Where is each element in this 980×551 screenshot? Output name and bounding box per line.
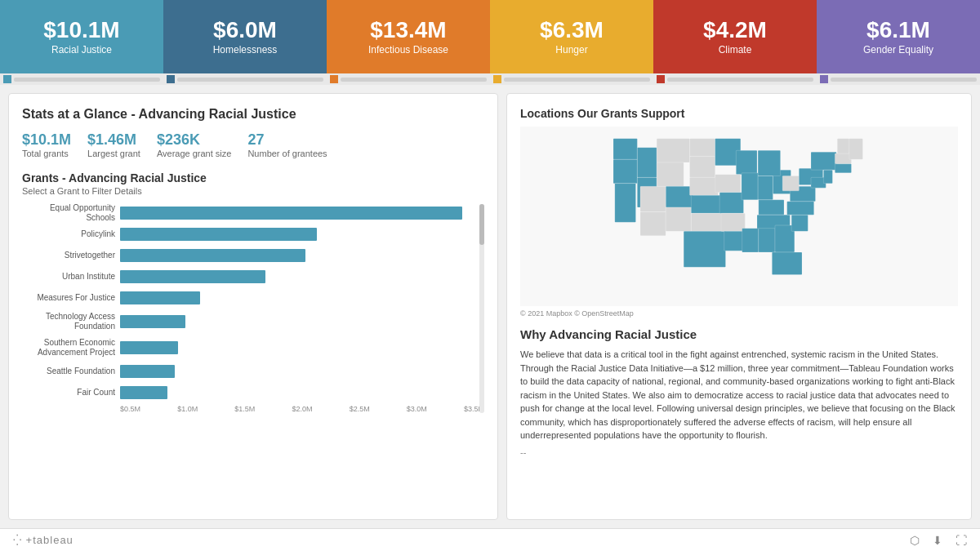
hunger-amount: $6.3M: [540, 18, 604, 43]
state-IL: [742, 173, 758, 200]
state-MI: [758, 150, 781, 176]
chart-scrollbar-thumb[interactable]: [479, 204, 484, 245]
metric-gender-equality[interactable]: $6.1M Gender Equality: [817, 0, 980, 73]
stat-num-grantees: 27 Number of grantees: [247, 131, 327, 158]
bar-fill-policylink: [120, 228, 317, 241]
avg-grant-label: Average grant size: [157, 149, 232, 158]
metric-homelessness[interactable]: $6.0M Homelessness: [163, 0, 327, 73]
state-MT: [657, 139, 689, 162]
footer-icons: ⬡ ⬇ ⛶: [910, 534, 967, 547]
state-AR: [721, 213, 745, 231]
bar-label-strivetogether: Strivetogether: [22, 251, 120, 260]
state-MA: [835, 153, 851, 164]
why-suffix: --: [520, 447, 958, 457]
bar-fill-technology-access: [120, 315, 185, 328]
avg-grant-value: $236K: [157, 131, 232, 149]
state-SC: [791, 215, 808, 231]
stat-avg-grant: $236K Average grant size: [157, 131, 232, 158]
climate-amount: $4.2M: [703, 18, 767, 43]
bar-label-policylink: Policylink: [22, 229, 120, 239]
bar-row-seattle-foundation[interactable]: Seattle Foundation: [22, 362, 484, 380]
state-OK: [691, 213, 723, 231]
bar-container-equal-opportunity: [120, 207, 484, 220]
map-credit-text: © 2021 Mapbox © OpenStreetMap: [520, 309, 958, 318]
metric-racial-justice[interactable]: $10.1M Racial Justice: [0, 0, 163, 73]
bar-fill-urban-institute: [120, 270, 265, 283]
fullscreen-icon[interactable]: ⛶: [956, 534, 967, 547]
state-KS: [691, 195, 721, 213]
x-tick-0: $0.5M: [120, 405, 140, 413]
bar-row-measures-justice[interactable]: Measures For Justice: [22, 289, 484, 307]
state-NM: [666, 207, 691, 231]
footer-bar: ⁛ +tableau ⬡ ⬇ ⛶: [0, 528, 980, 551]
bar-row-urban-institute[interactable]: Urban Institute: [22, 268, 484, 286]
total-grants-label: Total grants: [22, 149, 71, 158]
metric-cards-bar: $10.1M Racial Justice $6.0M Homelessness…: [0, 0, 980, 73]
climate-label: Climate: [719, 44, 752, 56]
bar-row-technology-access[interactable]: Technology AccessFoundation: [22, 310, 484, 333]
bar-container-measures-justice: [120, 291, 484, 304]
bar-label-technology-access: Technology AccessFoundation: [22, 312, 120, 331]
us-map-svg: [520, 127, 958, 306]
bar-container-southern-economic: [120, 341, 484, 354]
bar-row-policylink[interactable]: Policylink: [22, 225, 484, 243]
metric-infectious-disease[interactable]: $13.4M Infectious Disease: [327, 0, 490, 73]
bar-label-fair-count: Fair Count: [22, 388, 120, 398]
bar-label-seattle-foundation: Seattle Foundation: [22, 367, 120, 376]
bar-row-southern-economic[interactable]: Southern EconomicAdvancement Project: [22, 336, 484, 359]
chart-scrollbar-track[interactable]: [479, 204, 484, 413]
bar-fill-measures-justice: [120, 291, 200, 304]
color-indicator-strip: [0, 73, 980, 85]
bar-fill-fair-count: [120, 386, 167, 399]
state-ID: [637, 148, 657, 178]
download-icon[interactable]: ⬇: [933, 534, 942, 547]
grants-section-subtitle: Select a Grant to Filter Details: [22, 186, 484, 196]
right-panel: Locations Our Grants Support: [506, 93, 972, 520]
state-SD: [690, 157, 715, 178]
stat-total-grants: $10.1M Total grants: [22, 131, 71, 158]
x-axis-ticks: $0.5M $1.0M $1.5M $2.0M $2.5M $3.0M $3.5…: [120, 405, 484, 413]
bar-label-urban-institute: Urban Institute: [22, 272, 120, 282]
bar-row-equal-opportunity[interactable]: Equal OpportunitySchools: [22, 204, 484, 222]
state-OR: [613, 159, 637, 183]
total-grants-value: $10.1M: [22, 131, 71, 149]
bar-label-equal-opportunity: Equal OpportunitySchools: [22, 203, 120, 223]
bar-container-technology-access: [120, 315, 484, 328]
state-NY: [811, 152, 836, 170]
stats-panel-title: Stats at a Glance - Advancing Racial Jus…: [22, 107, 484, 122]
x-tick-2: $1.5M: [234, 405, 255, 413]
bar-fill-seattle-foundation: [120, 365, 175, 378]
racial-justice-amount: $10.1M: [43, 18, 119, 43]
metric-hunger[interactable]: $6.3M Hunger: [490, 0, 653, 73]
bar-fill-strivetogether: [120, 249, 305, 262]
state-NC: [787, 202, 814, 216]
bar-row-strivetogether[interactable]: Strivetogether: [22, 247, 484, 264]
x-tick-1: $1.0M: [177, 405, 198, 413]
state-AZ: [640, 212, 666, 236]
bar-row-fair-count[interactable]: Fair Count: [22, 384, 484, 402]
state-FL: [772, 252, 802, 275]
us-map-container: [520, 127, 958, 306]
hunger-label: Hunger: [555, 44, 587, 56]
state-VT: [837, 139, 849, 153]
num-grantees-value: 27: [247, 131, 327, 149]
homelessness-label: Homelessness: [213, 44, 278, 56]
metric-climate[interactable]: $4.2M Climate: [653, 0, 817, 73]
why-description: We believe that data is a critical tool …: [520, 348, 958, 442]
largest-grant-value: $1.46M: [87, 131, 140, 149]
state-NE: [690, 177, 719, 195]
stat-largest-grant: $1.46M Largest grant: [87, 131, 140, 158]
bar-container-strivetogether: [120, 249, 484, 262]
state-KY: [759, 200, 784, 215]
infectious-label: Infectious Disease: [368, 44, 448, 56]
x-tick-5: $3.0M: [407, 405, 427, 413]
homelessness-amount: $6.0M: [213, 18, 277, 43]
share-icon[interactable]: ⬡: [910, 534, 920, 547]
state-ND: [690, 139, 715, 157]
state-IA: [715, 175, 741, 193]
racial-justice-label: Racial Justice: [51, 44, 112, 56]
bar-label-measures-justice: Measures For Justice: [22, 293, 120, 303]
gender-label: Gender Equality: [863, 44, 933, 56]
state-AL: [759, 229, 775, 252]
state-NJ: [823, 170, 832, 183]
